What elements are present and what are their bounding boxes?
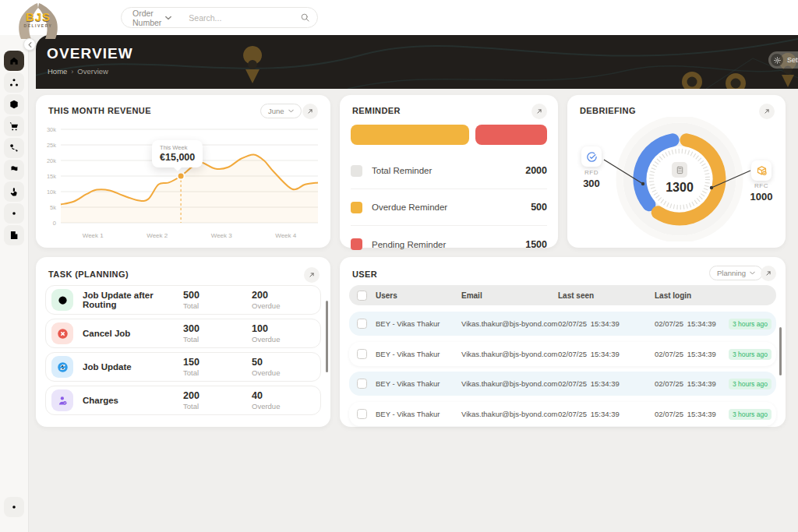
search-icon[interactable] [300, 12, 310, 23]
user-expand-button[interactable] [761, 266, 776, 281]
select-all-checkbox[interactable] [357, 291, 367, 301]
row-checkbox[interactable] [357, 319, 367, 329]
revenue-line-chart: 30k25k20k15k10k5k0Week 1Week 2Week 3Week… [42, 120, 326, 245]
revenue-card: THIS MONTH REVENUE June 30k25k20k15k10k5… [36, 95, 330, 248]
legend-label: Total Reminder [372, 166, 525, 175]
reminder-legend: Total Reminder2000Overdue Reminder500Pen… [351, 153, 547, 262]
user-table-row[interactable]: BEY - Vikas ThakurVikas.thakur@bjs-byond… [349, 342, 776, 366]
task-overdue: 100Overdue [252, 323, 320, 344]
time-ago-badge: 3 hours ago [729, 319, 772, 329]
order-number-filter[interactable]: Order Number [122, 9, 179, 27]
task-card-title: TASK (PLANNING) [48, 270, 129, 279]
task-row[interactable]: Job Update after Routing500Total200Overd… [45, 285, 321, 315]
svg-text:30k: 30k [47, 126, 56, 133]
row-checkbox[interactable] [357, 349, 367, 359]
sidebar-item-network[interactable] [4, 72, 24, 93]
sidebar-item-routes[interactable] [4, 138, 24, 158]
home-icon [9, 55, 19, 66]
map-decoration [36, 35, 798, 89]
user-name: BEY - Vikas Thakur [376, 410, 440, 418]
user-name: BEY - Vikas Thakur [376, 350, 440, 358]
month-filter-dropdown[interactable]: June [260, 104, 302, 118]
rfc-value: 1000 [742, 191, 781, 203]
arrow-up-right-icon [306, 107, 314, 115]
task-total: 200Total [183, 390, 252, 410]
user-filter-dropdown[interactable]: Planning [709, 266, 763, 280]
chevron-down-icon [165, 16, 171, 20]
rfd-value: 300 [572, 178, 611, 189]
legend-value: 500 [531, 202, 547, 213]
task-total-label: Total [183, 368, 252, 377]
task-total-label: Total [183, 335, 252, 344]
revenue-expand-button[interactable] [302, 104, 318, 119]
col-last-login: Last login [655, 291, 691, 300]
task-total: 150Total [183, 357, 252, 377]
user-table-row[interactable]: BEY - Vikas ThakurVikas.thakur@bjs-byond… [349, 312, 776, 336]
task-total-label: Total [183, 402, 252, 410]
task-row[interactable]: Cancel Job300Total100Overdue [45, 319, 321, 348]
sidebar-item-flags[interactable] [4, 160, 24, 180]
task-expand-button[interactable] [304, 267, 320, 283]
sidebar-item-orders[interactable] [4, 116, 24, 136]
task-label: Job Update after Routing [83, 291, 183, 309]
row-checkbox[interactable] [357, 379, 367, 389]
search-input[interactable] [179, 13, 300, 23]
user-last-seen: 02/07/25 15:34:39 [558, 319, 620, 328]
chevron-down-icon [288, 109, 294, 113]
breadcrumb-home[interactable]: Home [48, 67, 67, 76]
task-total: 500Total [183, 290, 252, 310]
user-scrollbar[interactable] [779, 327, 782, 375]
revenue-card-title: THIS MONTH REVENUE [48, 106, 151, 115]
time-ago-badge: 3 hours ago [729, 349, 772, 360]
chevron-down-icon [750, 271, 755, 275]
task-planning-card: TASK (PLANNING) Job Update after Routing… [36, 257, 330, 427]
sidebar-item-depots[interactable] [4, 225, 24, 245]
time-ago-badge: 3 hours ago [729, 409, 772, 420]
user-last-seen: 02/07/25 15:34:39 [558, 379, 620, 388]
legend-label: Pending Reminder [372, 240, 525, 249]
app-root: BJS DELIVERY Order Number [0, 0, 798, 532]
sidebar-item-settings[interactable] [4, 497, 24, 517]
task-row[interactable]: Job Update150Total50Overdue [45, 352, 321, 382]
task-overdue-label: Overdue [252, 402, 320, 410]
task-scrollbar[interactable] [326, 301, 328, 372]
user-email: Vikas.thakur@bjs-byond.com [461, 319, 558, 328]
debriefing-total: 1300 [648, 181, 711, 195]
task-label: Cancel Job [83, 329, 183, 338]
reminder-expand-button[interactable] [531, 104, 547, 119]
svg-text:20k: 20k [47, 157, 56, 164]
sidebar-item-packages[interactable] [4, 94, 24, 115]
user-last-login: 02/07/25 15:34:39 [655, 350, 716, 358]
reminder-card: REMINDER Total Reminder2000Overdue Remin… [340, 95, 558, 248]
legend-value: 1500 [525, 239, 547, 250]
gear-icon [9, 502, 19, 513]
svg-text:10k: 10k [47, 188, 56, 196]
task-overdue-label: Overdue [252, 368, 320, 377]
breadcrumb-separator: › [71, 68, 73, 76]
svg-text:Week 4: Week 4 [275, 232, 297, 239]
user-last-login: 02/07/25 15:34:39 [655, 379, 716, 388]
task-overdue: 50Overdue [252, 357, 320, 377]
sidebar-collapse-button[interactable] [23, 38, 36, 51]
task-overdue-value: 200 [252, 290, 320, 301]
user-table-row[interactable]: BEY - Vikas ThakurVikas.thakur@bjs-byond… [349, 372, 776, 396]
overdue-bar [351, 125, 469, 145]
task-overdue: 40Overdue [252, 390, 320, 410]
task-row[interactable]: Charges200Total40Overdue [45, 386, 321, 415]
header-settings-button[interactable]: Settings [768, 51, 798, 69]
svg-text:Week 2: Week 2 [147, 232, 168, 239]
network-icon [9, 77, 19, 88]
task-label: Charges [83, 396, 183, 405]
col-email: Email [461, 291, 482, 300]
task-overdue-value: 100 [252, 323, 320, 334]
check-circle-icon [581, 146, 602, 167]
page-title: OVERVIEW [47, 45, 133, 62]
reminder-legend-row: Total Reminder2000 [351, 153, 547, 189]
sidebar-item-home[interactable] [4, 51, 24, 71]
svg-text:0: 0 [53, 220, 56, 227]
sidebar-item-automation[interactable] [4, 203, 24, 224]
sidebar-item-gestures[interactable] [4, 181, 24, 202]
row-checkbox[interactable] [357, 409, 367, 419]
hand-icon [9, 186, 19, 197]
user-table-row[interactable]: BEY - Vikas ThakurVikas.thakur@bjs-byond… [349, 402, 776, 426]
